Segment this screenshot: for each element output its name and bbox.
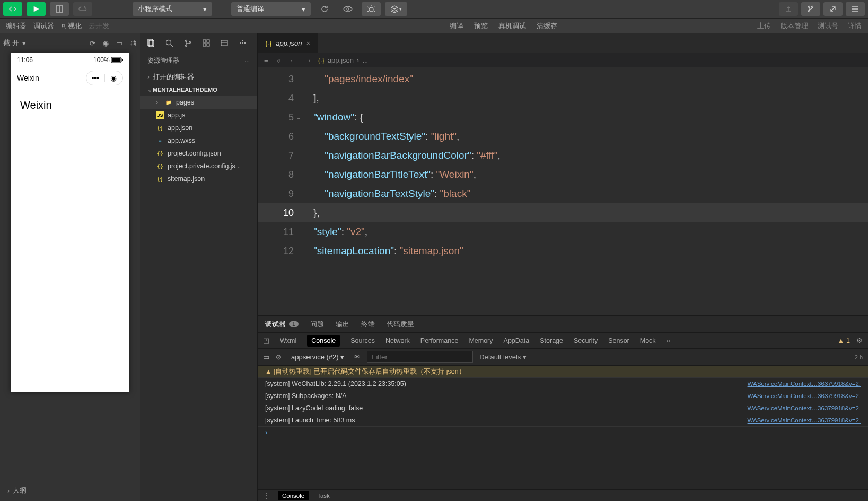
refresh-icon[interactable]: ⟳ — [90, 39, 95, 47]
code-editor[interactable]: 3 4 5⌄ 6 7 8 9 10 11 12 "pages/index/ind… — [258, 67, 868, 315]
capsule-close[interactable]: ◉ — [105, 74, 123, 82]
warning-icon: ▲ — [838, 337, 844, 344]
svg-point-18 — [186, 45, 187, 46]
record-icon[interactable]: ◉ — [103, 39, 109, 47]
source-link[interactable]: WAServiceMainContext…36379918&v=2. — [748, 391, 861, 401]
devtab-console[interactable]: Console — [307, 335, 340, 347]
devtab-security[interactable]: Security — [574, 337, 598, 344]
list-icon[interactable]: ≡ — [264, 56, 268, 64]
dbg-tab-quality[interactable]: 代码质量 — [387, 319, 414, 329]
files-icon[interactable] — [146, 39, 155, 47]
mode-dropdown[interactable]: 小程序模式 ▾ — [133, 2, 212, 16]
more-icon[interactable]: ··· — [244, 57, 250, 64]
sidebar-toggle-icon[interactable]: ▭ — [263, 353, 269, 361]
back-icon[interactable]: ← — [290, 56, 296, 64]
svg-rect-24 — [221, 40, 227, 46]
source-link[interactable]: WAServiceMainContext…36379918&v=2. — [748, 379, 861, 388]
file-app-json[interactable]: {·} app.json — [140, 122, 257, 134]
tab-visual[interactable]: 可视化 — [59, 21, 83, 31]
cloud-button[interactable] — [73, 2, 92, 16]
menu-button[interactable] — [846, 2, 865, 16]
breadcrumb-tail[interactable]: ... — [362, 56, 368, 64]
play-button[interactable] — [27, 2, 46, 16]
bookmark-icon[interactable]: ⟐ — [277, 56, 281, 64]
debug-button[interactable] — [362, 2, 381, 16]
clear-console-icon[interactable]: ⊘ — [276, 353, 282, 361]
file-app-wxss[interactable]: ≡ app.wxss — [140, 134, 257, 147]
file-sitemap[interactable]: {·} sitemap.json — [140, 172, 257, 185]
console-log-line: [system] Subpackages: N/A WAServiceMainC… — [258, 390, 868, 402]
sim-battery: 100% — [93, 56, 123, 64]
sim-condense-label[interactable]: 截 开 — [3, 38, 19, 48]
devtab-sensor[interactable]: Sensor — [608, 337, 629, 344]
code-body[interactable]: "pages/index/index" ], "window": { "back… — [302, 67, 868, 315]
more-tabs-icon[interactable]: » — [667, 337, 670, 344]
git-icon[interactable] — [184, 39, 192, 47]
filter-input[interactable] — [367, 351, 473, 363]
database-icon[interactable] — [221, 39, 228, 47]
svg-point-4 — [809, 6, 810, 8]
layers-button[interactable]: ▾ — [385, 2, 407, 16]
breadcrumb-file[interactable]: app.json — [328, 56, 354, 64]
opened-editors-section[interactable]: › 打开的编辑器 — [140, 71, 257, 83]
svg-point-5 — [809, 11, 810, 12]
svg-rect-11 — [112, 58, 121, 62]
copy-icon[interactable]: ⿻ — [130, 39, 137, 47]
extensions-icon[interactable] — [203, 39, 210, 47]
refresh-button[interactable] — [315, 2, 334, 16]
chevron-right-icon: › — [7, 487, 13, 495]
file-app-js[interactable]: JS app.js — [140, 109, 257, 122]
tab-editor[interactable]: 编辑器 — [4, 21, 28, 31]
levels-select[interactable]: Default levels ▾ — [479, 353, 527, 361]
compile-dropdown[interactable]: 普通编译 ▾ — [231, 2, 311, 16]
source-link[interactable]: WAServiceMainContext…36379918&v=2. — [748, 403, 861, 413]
eye-button[interactable] — [338, 2, 357, 16]
tab-debugger[interactable]: 调试器 — [32, 21, 55, 31]
inspect-icon[interactable]: ◰ — [263, 336, 269, 344]
sim-content: Weixin — [11, 89, 129, 111]
sim-nav-title: Weixin — [17, 74, 39, 82]
layout-button[interactable] — [50, 2, 69, 16]
devtab-wxml[interactable]: Wxml — [280, 337, 296, 344]
dbg-tab-problems[interactable]: 问题 — [310, 319, 324, 329]
close-icon[interactable]: × — [306, 39, 310, 47]
simulator-panel: 截 开 ▾ ⟳ ◉ ▭ ⿻ 11:06 100% Weixin ••• ◉ — [0, 33, 140, 501]
branch-button[interactable] — [801, 2, 820, 16]
live-expr-icon[interactable]: 👁 — [354, 353, 361, 361]
devtab-sources[interactable]: Sources — [350, 337, 375, 344]
gear-icon[interactable]: ⚙ — [856, 336, 863, 344]
source-link[interactable]: WAServiceMainContext…36379918&v=2. — [748, 416, 861, 425]
console-prompt[interactable]: › — [258, 427, 868, 438]
tab-cloud[interactable]: 云开发 — [87, 21, 110, 31]
dbg-tab-output[interactable]: 输出 — [336, 319, 349, 329]
outline-section[interactable]: › 大纲 — [0, 480, 140, 501]
context-select[interactable]: appservice (#2) ▾ — [288, 352, 347, 362]
share-button[interactable] — [823, 2, 843, 16]
project-folder[interactable]: ⌄ MENTALHEALTHDEMO — [140, 83, 257, 96]
upload-button[interactable] — [779, 2, 798, 16]
file-project-config[interactable]: {·} project.config.json — [140, 147, 257, 160]
search-icon[interactable] — [165, 39, 173, 47]
devtab-mock[interactable]: Mock — [640, 337, 656, 344]
footer-console[interactable]: Console — [278, 491, 309, 500]
devtab-performance[interactable]: Performance — [420, 337, 459, 344]
editor-tab-appjson[interactable]: {·} app.json × — [258, 33, 318, 53]
forward-icon[interactable]: → — [305, 56, 312, 64]
devtab-storage[interactable]: Storage — [540, 337, 563, 344]
fold-icon[interactable]: ⌄ — [296, 108, 301, 127]
dbg-tab-terminal[interactable]: 终端 — [361, 319, 375, 329]
footer-more-icon[interactable]: ⋮ — [263, 492, 269, 499]
chevron-right-icon: › — [147, 73, 153, 81]
footer-task[interactable]: Task — [317, 493, 330, 499]
devtab-memory[interactable]: Memory — [469, 337, 493, 344]
dbg-tab-debugger[interactable]: 调试器1 — [265, 319, 299, 329]
capsule-menu[interactable]: ••• — [86, 74, 104, 82]
devtab-appdata[interactable]: AppData — [504, 337, 530, 344]
devtab-network[interactable]: Network — [385, 337, 410, 344]
file-project-private-config[interactable]: {·} project.private.config.js... — [140, 160, 257, 172]
docker-icon[interactable] — [239, 39, 247, 47]
console-output[interactable]: ▲ [自动热重载] 已开启代码文件保存后自动热重载（不支持 json） [sys… — [258, 366, 868, 489]
code-button[interactable] — [3, 2, 22, 16]
phone-icon[interactable]: ▭ — [116, 39, 122, 47]
folder-pages[interactable]: › 📁 pages — [140, 96, 257, 109]
